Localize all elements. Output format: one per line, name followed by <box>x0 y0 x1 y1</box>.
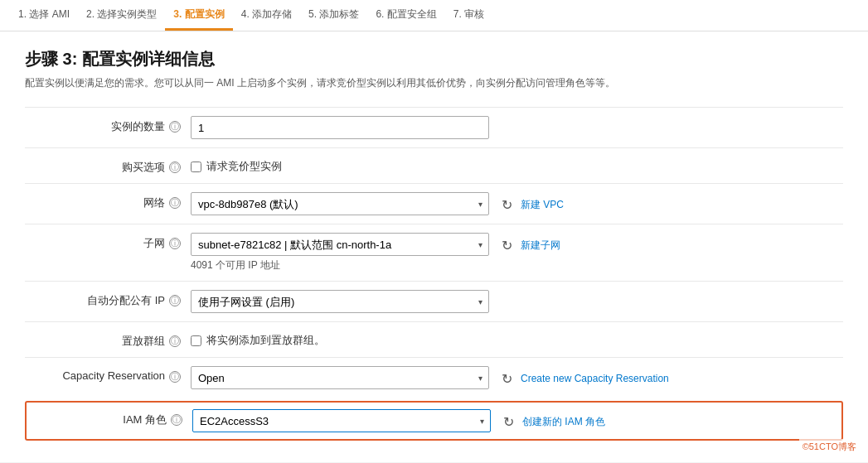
purchase-checkbox-label[interactable]: 请求竞价型实例 <box>191 157 282 174</box>
purchase-info-icon[interactable]: ⓘ <box>169 162 181 173</box>
network-action-area: ↻ 新建 VPC <box>496 192 564 215</box>
capacity-control: Open ▾ ↻ Create new Capacity Reservation <box>191 366 843 389</box>
step-2[interactable]: 2. 选择实例类型 <box>78 0 165 31</box>
subnet-select[interactable]: subnet-e7821c82 | 默认范围 cn-north-1a <box>191 233 489 256</box>
steps-navigation: 1. 选择 AMI 2. 选择实例类型 3. 配置实例 4. 添加存储 5. 添… <box>0 0 868 31</box>
placement-control: 将实例添加到置放群组。 <box>191 330 843 348</box>
instance-count-row: 实例的数量 ⓘ <box>25 107 843 147</box>
instance-count-label: 实例的数量 ⓘ <box>25 116 191 134</box>
step-1[interactable]: 1. 选择 AMI <box>10 0 78 31</box>
network-select[interactable]: vpc-8db987e8 (默认) <box>191 192 489 215</box>
capacity-info-icon[interactable]: ⓘ <box>169 371 181 383</box>
purchase-option-row: 购买选项 ⓘ 请求竞价型实例 <box>25 147 843 183</box>
new-subnet-link[interactable]: 新建子网 <box>521 239 560 253</box>
placement-checkbox-label[interactable]: 将实例添加到置放群组。 <box>191 330 325 348</box>
network-label: 网络 ⓘ <box>25 192 191 210</box>
iam-info-icon[interactable]: ⓘ <box>171 414 182 426</box>
placement-checkbox-text: 将实例添加到置放群组。 <box>206 333 325 348</box>
main-content: 步骤 3: 配置实例详细信息 配置实例以便满足您的需求。您可以从同一 AMI 上… <box>0 31 868 462</box>
iam-action-area: ↻ 创建新的 IAM 角色 <box>497 409 605 432</box>
purchase-checkbox[interactable] <box>191 162 201 172</box>
capacity-refresh-btn[interactable]: ↻ <box>496 368 517 389</box>
iam-select-wrapper: EC2AccessS3 ▾ <box>192 409 491 432</box>
network-refresh-btn[interactable]: ↻ <box>496 194 517 215</box>
watermark: ©51CTO博客 <box>799 439 860 455</box>
placement-row: 置放群组 ⓘ 将实例添加到置放群组。 <box>25 321 843 357</box>
iam-role-label: IAM 角色 ⓘ <box>27 409 192 427</box>
capacity-label: Capacity Reservation ⓘ <box>25 366 191 383</box>
subnet-action-area: ↻ 新建子网 <box>496 233 560 256</box>
placement-checkbox[interactable] <box>191 335 201 346</box>
subnet-info-text: 4091 个可用 IP 地址 <box>191 258 843 272</box>
subnet-control: subnet-e7821c82 | 默认范围 cn-north-1a ▾ ↻ 新… <box>191 233 843 272</box>
auto-ip-select[interactable]: 使用子网设置 (启用) <box>191 290 489 313</box>
subnet-select-wrapper: subnet-e7821c82 | 默认范围 cn-north-1a ▾ <box>191 233 489 256</box>
instance-count-control <box>191 116 843 139</box>
purchase-checkbox-text: 请求竞价型实例 <box>206 159 282 174</box>
capacity-select-wrapper: Open ▾ <box>191 366 489 389</box>
capacity-row: Capacity Reservation ⓘ Open ▾ ↻ Create n… <box>25 357 843 398</box>
auto-ip-label: 自动分配公有 IP ⓘ <box>25 290 191 308</box>
network-row: 网络 ⓘ vpc-8db987e8 (默认) ▾ ↻ 新建 VPC <box>25 183 843 224</box>
new-vpc-link[interactable]: 新建 VPC <box>521 198 564 212</box>
subnet-refresh-btn[interactable]: ↻ <box>496 234 517 256</box>
iam-control: EC2AccessS3 ▾ ↻ 创建新的 IAM 角色 <box>192 409 841 432</box>
page-subtitle: 配置实例以便满足您的需求。您可以从同一 AMI 上启动多个实例，请求竞价型实例以… <box>25 75 843 90</box>
purchase-option-label: 购买选项 ⓘ <box>25 157 191 175</box>
auto-ip-control: 使用子网设置 (启用) ▾ <box>191 290 843 313</box>
placement-info-icon[interactable]: ⓘ <box>169 335 181 347</box>
subnet-label: 子网 ⓘ <box>25 233 191 251</box>
iam-role-row: IAM 角色 ⓘ EC2AccessS3 ▾ ↻ 创建新的 IAM 角色 <box>25 401 843 441</box>
iam-refresh-btn[interactable]: ↻ <box>497 411 519 432</box>
instance-count-info-icon[interactable]: ⓘ <box>169 121 181 133</box>
subnet-row: 子网 ⓘ subnet-e7821c82 | 默认范围 cn-north-1a … <box>25 224 843 281</box>
instance-count-input[interactable] <box>191 116 489 139</box>
create-iam-link[interactable]: 创建新的 IAM 角色 <box>522 415 605 429</box>
network-control: vpc-8db987e8 (默认) ▾ ↻ 新建 VPC <box>191 192 843 215</box>
auto-ip-info-icon[interactable]: ⓘ <box>169 295 181 306</box>
step-3[interactable]: 3. 配置实例 <box>165 0 232 31</box>
subnet-info-icon[interactable]: ⓘ <box>169 238 181 249</box>
network-info-icon[interactable]: ⓘ <box>169 197 181 209</box>
network-select-wrapper: vpc-8db987e8 (默认) ▾ <box>191 192 489 215</box>
page-title: 步骤 3: 配置实例详细信息 <box>25 48 843 70</box>
capacity-action-area: ↻ Create new Capacity Reservation <box>496 366 669 389</box>
create-capacity-link[interactable]: Create new Capacity Reservation <box>521 373 669 384</box>
auto-ip-select-wrapper: 使用子网设置 (启用) ▾ <box>191 290 489 313</box>
step-4[interactable]: 4. 添加存储 <box>233 0 300 31</box>
placement-label: 置放群组 ⓘ <box>25 330 191 349</box>
step-5[interactable]: 5. 添加标签 <box>300 0 367 31</box>
purchase-option-control: 请求竞价型实例 <box>191 157 843 174</box>
capacity-select[interactable]: Open <box>191 366 489 389</box>
auto-ip-row: 自动分配公有 IP ⓘ 使用子网设置 (启用) ▾ <box>25 281 843 321</box>
step-7[interactable]: 7. 审核 <box>445 0 492 31</box>
iam-select[interactable]: EC2AccessS3 <box>192 409 491 432</box>
step-6[interactable]: 6. 配置安全组 <box>367 0 444 31</box>
